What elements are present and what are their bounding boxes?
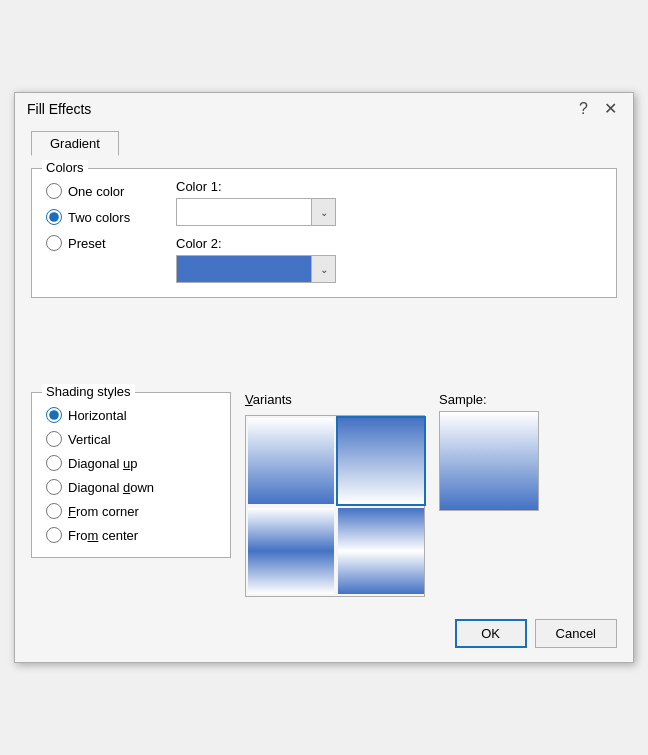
color-pickers-col: Color 1: ⌄ Color 2: ⌄ bbox=[176, 179, 602, 283]
cancel-button[interactable]: Cancel bbox=[535, 619, 617, 648]
tab-bar: Gradient bbox=[31, 131, 617, 156]
shading-radios: Horizontal Vertical Diagonal up Diagonal… bbox=[46, 403, 216, 543]
preset-radio[interactable] bbox=[46, 235, 62, 251]
shading-diagonal-up[interactable]: Diagonal up bbox=[46, 455, 216, 471]
color2-dropdown[interactable]: ⌄ bbox=[176, 255, 336, 283]
variants-grid bbox=[245, 415, 425, 597]
title-icons: ? ✕ bbox=[575, 101, 621, 117]
preset-label: Preset bbox=[68, 236, 106, 251]
vertical-radio[interactable] bbox=[46, 431, 62, 447]
color1-swatch bbox=[177, 199, 311, 225]
shading-from-corner[interactable]: From corner bbox=[46, 503, 216, 519]
sample-section: Sample: bbox=[439, 392, 539, 511]
one-color-option[interactable]: One color bbox=[46, 183, 176, 199]
one-color-radio[interactable] bbox=[46, 183, 62, 199]
shading-diagonal-down[interactable]: Diagonal down bbox=[46, 479, 216, 495]
variant-2[interactable] bbox=[336, 416, 426, 506]
preset-option[interactable]: Preset bbox=[46, 235, 176, 251]
middle-space bbox=[31, 312, 617, 392]
two-colors-option[interactable]: Two colors bbox=[46, 209, 176, 225]
diagonal-up-label: Diagonal up bbox=[68, 456, 137, 471]
diagonal-up-radio[interactable] bbox=[46, 455, 62, 471]
tab-gradient[interactable]: Gradient bbox=[31, 131, 119, 156]
close-button[interactable]: ✕ bbox=[600, 101, 621, 117]
horizontal-radio[interactable] bbox=[46, 407, 62, 423]
sample-preview bbox=[439, 411, 539, 511]
color2-row: Color 2: ⌄ bbox=[176, 236, 602, 283]
color1-row: Color 1: ⌄ bbox=[176, 179, 602, 226]
diagonal-down-radio[interactable] bbox=[46, 479, 62, 495]
from-corner-radio[interactable] bbox=[46, 503, 62, 519]
dialog-body: Gradient Colors One color Two colors bbox=[15, 123, 633, 609]
colors-section: Colors One color Two colors bbox=[31, 168, 617, 298]
horizontal-label: Horizontal bbox=[68, 408, 127, 423]
one-color-label: One color bbox=[68, 184, 124, 199]
two-colors-label: Two colors bbox=[68, 210, 130, 225]
shading-section-label: Shading styles bbox=[42, 384, 135, 399]
color-options-col: One color Two colors Preset bbox=[46, 179, 176, 283]
color1-dropdown-btn[interactable]: ⌄ bbox=[311, 199, 335, 225]
diagonal-down-label: Diagonal down bbox=[68, 480, 154, 495]
shading-horizontal[interactable]: Horizontal bbox=[46, 407, 216, 423]
vertical-label: Vertical bbox=[68, 432, 111, 447]
variant-4[interactable] bbox=[336, 506, 426, 596]
colors-layout: One color Two colors Preset bbox=[46, 179, 602, 283]
color2-label: Color 2: bbox=[176, 236, 602, 251]
title-bar: Fill Effects ? ✕ bbox=[15, 93, 633, 123]
help-button[interactable]: ? bbox=[575, 101, 592, 117]
variants-section: Variants bbox=[245, 392, 425, 597]
colors-section-label: Colors bbox=[42, 160, 88, 175]
ok-button[interactable]: OK bbox=[455, 619, 527, 648]
shading-vertical[interactable]: Vertical bbox=[46, 431, 216, 447]
from-center-label: From center bbox=[68, 528, 138, 543]
footer: OK Cancel bbox=[15, 609, 633, 662]
bottom-layout: Shading styles Horizontal Vertical Diago… bbox=[31, 392, 617, 597]
variant-1[interactable] bbox=[246, 416, 336, 506]
fill-effects-dialog: Fill Effects ? ✕ Gradient Colors One col… bbox=[14, 92, 634, 663]
two-colors-radio[interactable] bbox=[46, 209, 62, 225]
variants-label: Variants bbox=[245, 392, 425, 407]
shading-section: Shading styles Horizontal Vertical Diago… bbox=[31, 392, 231, 558]
color1-dropdown[interactable]: ⌄ bbox=[176, 198, 336, 226]
dialog-title: Fill Effects bbox=[27, 101, 91, 117]
variant-3[interactable] bbox=[246, 506, 336, 596]
color1-label: Color 1: bbox=[176, 179, 602, 194]
sample-label: Sample: bbox=[439, 392, 487, 407]
color2-dropdown-btn[interactable]: ⌄ bbox=[311, 256, 335, 282]
color2-swatch bbox=[177, 256, 311, 282]
shading-from-center[interactable]: From center bbox=[46, 527, 216, 543]
from-center-radio[interactable] bbox=[46, 527, 62, 543]
from-corner-label: From corner bbox=[68, 504, 139, 519]
